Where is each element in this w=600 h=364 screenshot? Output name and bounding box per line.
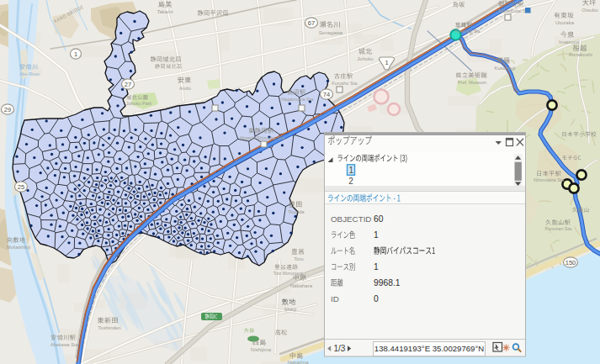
svg-text:27: 27 [125, 81, 131, 88]
svg-text:Kusanagi Sta.: Kusanagi Sta. [454, 29, 481, 34]
svg-text:60: 60 [374, 214, 384, 224]
svg-text:Mukaishikiji: Mukaishikiji [7, 245, 30, 250]
svg-text:67: 67 [308, 19, 315, 27]
svg-text:ID: ID [331, 294, 339, 303]
svg-text:1: 1 [385, 59, 388, 66]
svg-text:Nishijima: Nishijima [251, 347, 272, 352]
svg-text:138.4419193°E 35.0029769°N: 138.4419193°E 35.0029769°N [374, 344, 484, 353]
svg-text:Kunozan Sta.: Kunozan Sta. [544, 226, 572, 231]
svg-text:Utozaka: Utozaka [555, 20, 575, 25]
svg-text:Kusanagi: Kusanagi [494, 66, 515, 71]
svg-text:Toro: Toro [294, 256, 304, 261]
svg-text:Senagawa: Senagawa [319, 30, 343, 35]
svg-text:Nihondaira Sta.: Nihondaira Sta. [534, 177, 565, 182]
svg-text:Pref. Museum: Pref. Museum [458, 80, 487, 85]
svg-text:Toro Monument: Toro Monument [273, 271, 303, 276]
svg-text:Toyoda: Toyoda [288, 209, 305, 214]
svg-text:Higashi-Shizuoka Sta.: Higashi-Shizuoka Sta. [240, 135, 286, 140]
svg-text:Abe River: Abe River [19, 71, 40, 76]
svg-text:Abekawa Sta.: Abekawa Sta. [50, 342, 79, 347]
svg-text:74: 74 [323, 91, 330, 98]
svg-text:Takami: Takami [157, 9, 173, 14]
svg-text:Johoku: Johoku [357, 56, 373, 61]
svg-text:OBJECTID: OBJECTID [331, 214, 371, 224]
svg-text:29: 29 [4, 106, 11, 113]
svg-text:Otsubo: Otsubo [581, 8, 598, 13]
svg-text:Johoku Park: Johoku Park [126, 101, 152, 106]
svg-text:0: 0 [374, 294, 379, 303]
svg-text:Imaizumi: Imaizumi [559, 40, 579, 45]
svg-text:Furusho Sta.: Furusho Sta. [332, 81, 358, 86]
svg-text:1/3: 1/3 [334, 344, 346, 353]
svg-text:Funakoshi: Funakoshi [569, 52, 592, 57]
svg-text:9968.1: 9968.1 [374, 278, 401, 288]
svg-text:1: 1 [374, 230, 379, 240]
svg-text:2: 2 [348, 177, 353, 186]
svg-text:Nagamuma Sta.: Nagamuma Sta. [281, 97, 315, 102]
svg-text:Toshinden: Toshinden [98, 325, 120, 330]
svg-text:Nakahara: Nakahara [290, 283, 313, 288]
svg-text:1: 1 [374, 262, 379, 272]
svg-text:Ando: Ando [179, 86, 192, 91]
svg-text:Nakajima: Nakajima [287, 360, 309, 364]
svg-text:1: 1 [349, 166, 354, 175]
svg-text:1: 1 [74, 50, 77, 58]
svg-text:Shikiji: Shikiji [284, 307, 296, 312]
svg-text:150: 150 [565, 259, 576, 266]
svg-text:25: 25 [18, 183, 24, 191]
